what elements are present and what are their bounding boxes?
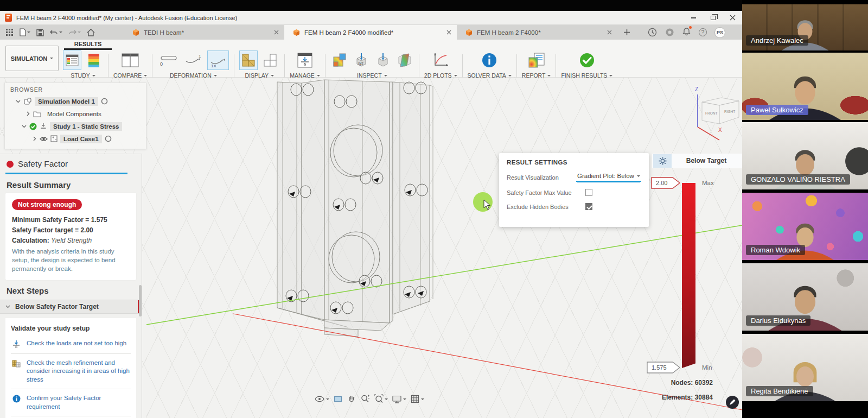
tab-tedi-h-beam[interactable]: TEDI H beam* bbox=[124, 25, 284, 40]
deformation-actual-icon[interactable]: 1 bbox=[182, 50, 204, 70]
chevron-down-icon[interactable] bbox=[22, 124, 27, 129]
2d-plots-icon[interactable] bbox=[430, 50, 451, 70]
legend-max-tag[interactable]: 2.00 bbox=[651, 177, 681, 189]
redo-caret bbox=[78, 31, 81, 35]
new-tab-button[interactable] bbox=[617, 25, 636, 40]
manage-settings-icon[interactable] bbox=[294, 50, 316, 70]
user-avatar[interactable]: PS bbox=[714, 27, 725, 38]
svg-text:X: X bbox=[718, 127, 722, 133]
save-icon[interactable] bbox=[36, 29, 44, 36]
participant-video[interactable]: Roman Wdowik bbox=[742, 193, 868, 260]
view-cube[interactable]: FRONT RIGHT Z X bbox=[685, 81, 747, 145]
panel-scrollbar-thumb[interactable] bbox=[139, 285, 142, 316]
visualization-row: Result Visualization Gradient Plot: Belo… bbox=[507, 173, 641, 182]
redo-button[interactable] bbox=[68, 29, 81, 36]
tree-item-study[interactable]: Study 1 - Static Stress bbox=[5, 120, 146, 132]
close-button[interactable] bbox=[723, 11, 742, 24]
grid-settings-button[interactable] bbox=[410, 394, 424, 404]
study-legend-icon[interactable] bbox=[85, 50, 103, 70]
info-icon bbox=[11, 394, 22, 403]
meeting-annotation-button[interactable] bbox=[726, 396, 739, 409]
chevron-right-icon[interactable] bbox=[32, 136, 37, 141]
step-check-loads[interactable]: Check the loads are not set too high bbox=[11, 334, 131, 354]
undo-button[interactable] bbox=[50, 29, 62, 36]
inspect-slice-plane-icon[interactable] bbox=[395, 50, 414, 70]
app-grid-icon[interactable] bbox=[5, 28, 14, 36]
job-status-icon[interactable] bbox=[648, 28, 657, 37]
report-icon[interactable] bbox=[526, 50, 547, 70]
max-value-checkbox[interactable] bbox=[585, 189, 592, 196]
zoom-button[interactable] bbox=[360, 394, 370, 404]
validate-heading: Validate your study setup bbox=[11, 325, 131, 332]
legend-min-tag[interactable]: 1.575 bbox=[647, 362, 681, 373]
pan-button[interactable] bbox=[347, 394, 356, 404]
calculation-value: Yield Strength bbox=[51, 237, 92, 244]
study-report-icon[interactable] bbox=[63, 50, 81, 70]
workspace-selector[interactable]: SIMULATION bbox=[5, 46, 59, 71]
tab-fem-h-beam-modified[interactable]: FEM H beam 2 F4000 modified* bbox=[284, 25, 457, 40]
orbit-button[interactable] bbox=[315, 394, 329, 404]
display-shaded-icon[interactable] bbox=[239, 50, 258, 70]
compare-icon[interactable] bbox=[119, 50, 141, 70]
svg-text:xyz: xyz bbox=[358, 61, 363, 66]
step-confirm-requirement[interactable]: Confirm your Safety Factor requirement bbox=[11, 389, 131, 416]
svg-text:Z: Z bbox=[695, 86, 698, 92]
legend-settings-button[interactable] bbox=[653, 154, 672, 168]
tree-item-simulation-model[interactable]: Simulation Model 1 bbox=[5, 95, 146, 107]
next-steps-heading: Next Steps bbox=[7, 286, 135, 295]
loads-icon bbox=[11, 339, 22, 349]
screen: FEM H beam 2 F4000 modified* (My center)… bbox=[0, 0, 868, 418]
eye-icon[interactable] bbox=[40, 136, 48, 142]
fusion-doc-icon bbox=[293, 29, 300, 36]
inspect-probe-icon[interactable] bbox=[374, 50, 392, 70]
svg-text:FRONT: FRONT bbox=[705, 111, 717, 115]
window-controls bbox=[684, 11, 742, 24]
sync-status-icon[interactable] bbox=[665, 28, 674, 37]
fit-button[interactable] bbox=[374, 394, 388, 404]
notifications-button[interactable] bbox=[682, 27, 691, 38]
participant-video[interactable]: GONZALO VALIÑO RIESTRA bbox=[742, 122, 868, 189]
deformation-scaled-icon[interactable]: 1X bbox=[207, 50, 229, 70]
visibility-radio-icon[interactable] bbox=[101, 98, 108, 105]
display-settings-button[interactable] bbox=[392, 394, 406, 404]
inspect-results-icon[interactable] bbox=[330, 50, 349, 70]
deformation-undeformed-icon[interactable]: 0 bbox=[157, 50, 179, 70]
max-value-row: Safety Factor Max Value bbox=[507, 189, 641, 196]
participant-video[interactable]: Darius Eidukynas bbox=[742, 263, 868, 331]
solver-data-icon[interactable] bbox=[480, 50, 499, 70]
tab-close-icon[interactable] bbox=[446, 30, 451, 35]
step-check-mesh[interactable]: Check the mesh refinement and consider i… bbox=[11, 354, 131, 390]
exclude-hidden-checkbox[interactable] bbox=[585, 203, 592, 210]
file-menu-button[interactable] bbox=[20, 28, 30, 36]
minimize-button[interactable] bbox=[684, 11, 703, 24]
participant-video[interactable]: Andrzej Kawalec bbox=[742, 4, 868, 50]
window-title: FEM H beam 2 F4000 modified* (My center)… bbox=[16, 15, 237, 21]
participant-video[interactable]: Regita Bendikienė bbox=[742, 334, 868, 401]
exclude-hidden-row: Exclude Hidden Bodies bbox=[507, 203, 641, 210]
display-wireframe-icon[interactable] bbox=[261, 50, 279, 70]
tree-item-load-case[interactable]: Load Case1 bbox=[5, 132, 146, 145]
tab-close-icon[interactable] bbox=[274, 30, 279, 35]
help-button[interactable]: ? bbox=[699, 28, 707, 36]
top-black-strip bbox=[0, 0, 742, 11]
chevron-right-icon[interactable] bbox=[25, 111, 30, 116]
below-target-section-header[interactable]: Below Safety Factor Target bbox=[0, 300, 142, 314]
browser-title: BROWSER bbox=[5, 83, 146, 95]
home-icon[interactable] bbox=[87, 29, 95, 36]
legend-min-label: Min bbox=[702, 364, 712, 371]
restore-button[interactable] bbox=[703, 11, 723, 24]
tab-fem-h-beam[interactable]: FEM H beam 2 F4000* bbox=[457, 25, 617, 40]
tab-close-icon[interactable] bbox=[607, 30, 612, 35]
group-inspect: xyz INSPECT bbox=[330, 50, 414, 79]
tree-item-model-components[interactable]: Model Components bbox=[5, 107, 146, 120]
ribbon-tab-results[interactable]: RESULTS bbox=[64, 41, 112, 50]
chevron-down-icon[interactable] bbox=[16, 99, 21, 104]
look-at-button[interactable] bbox=[333, 394, 343, 404]
y-axis-line bbox=[146, 225, 742, 325]
participant-video[interactable]: Paweł Sułkowicz bbox=[742, 53, 868, 120]
visibility-radio-icon[interactable] bbox=[105, 135, 112, 142]
visualization-dropdown[interactable]: Gradient Plot: Below bbox=[576, 173, 641, 182]
finish-results-icon[interactable] bbox=[578, 50, 596, 70]
inspect-point-xyz-icon[interactable]: xyz bbox=[352, 50, 371, 70]
fusion-doc-icon bbox=[465, 29, 473, 36]
